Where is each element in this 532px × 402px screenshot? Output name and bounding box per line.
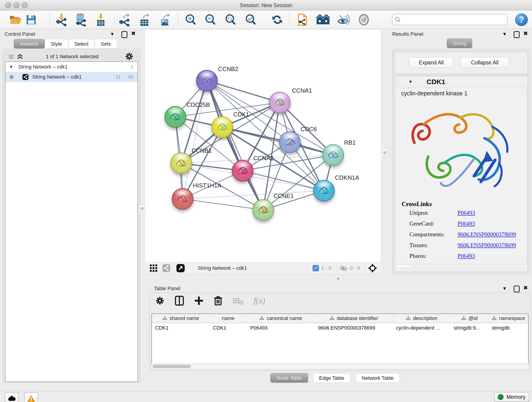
import-network-from-database-button[interactable] (73, 12, 88, 27)
export-image-button[interactable] (158, 12, 172, 27)
table-hscrollbar[interactable] (152, 364, 529, 369)
node-label-ccnb2: CCNB2 (218, 65, 238, 73)
table-settings-gear-icon[interactable] (155, 296, 165, 306)
results-hscroll-thumb[interactable] (396, 265, 411, 268)
network-node-cdc25b[interactable] (165, 106, 186, 128)
tab-network-table[interactable]: Network Table (355, 373, 400, 383)
collapse-all-networks-icon[interactable] (8, 53, 15, 61)
memory-button[interactable]: Memory (494, 392, 529, 402)
control-panel-close-icon[interactable]: ✖ (131, 30, 136, 37)
results-panel-float-icon[interactable] (514, 31, 520, 38)
results-panel-collapse-icon[interactable]: ▾ (503, 31, 506, 37)
warnings-button[interactable] (24, 392, 38, 402)
zoom-selected-button[interactable] (243, 12, 258, 27)
network-node-ccnb1[interactable] (171, 153, 192, 174)
open-session-button[interactable] (8, 12, 23, 27)
results-panel-close-icon[interactable]: ✖ (523, 30, 528, 37)
network-row[interactable]: String Network – cdk1 11 48 (6, 72, 138, 82)
refresh-view-button[interactable] (270, 12, 285, 27)
tab-style[interactable]: Style (45, 39, 68, 49)
import-table-button[interactable] (94, 12, 108, 27)
column-header-namespace[interactable]: namespace (488, 314, 529, 323)
column-header-canonical-name[interactable]: canonical name (247, 314, 315, 323)
gene-expander-icon[interactable]: ▼ (408, 79, 413, 84)
table-cell[interactable]: CDK1 (152, 323, 210, 333)
detach-view-icon[interactable] (176, 264, 185, 273)
table-tabs: Node Table Edge Table Network Table (0, 373, 532, 387)
glass-ball-toggle-button[interactable] (356, 12, 371, 27)
tab-string-results[interactable]: String (447, 38, 472, 48)
column-header-database-identifier[interactable]: database identifier (315, 314, 393, 323)
control-panel-collapse-icon[interactable]: ▾ (111, 31, 114, 37)
table-cell[interactable]: cyclin-dependent ... (393, 323, 450, 333)
table-cell[interactable]: stringdb (488, 323, 529, 333)
collapse-all-button[interactable]: Collapse All (461, 57, 509, 68)
control-panel-float-icon[interactable] (121, 31, 127, 38)
network-node-cdc6[interactable] (279, 131, 301, 153)
export-network-button[interactable] (117, 12, 132, 27)
table-cell[interactable]: 9606.ENSP00000378699 (315, 323, 393, 333)
column-header-label: description (413, 315, 437, 321)
network-node-cdk1[interactable] (211, 116, 233, 138)
table-hscroll-thumb[interactable] (152, 365, 191, 368)
network-node-rb1[interactable] (322, 144, 344, 166)
zoom-in-button[interactable] (183, 12, 198, 27)
table-row[interactable]: CDK1CDK1P064939606.ENSP00000378699cyclin… (152, 323, 528, 333)
zoom-out-button[interactable] (203, 12, 218, 27)
table-cell[interactable]: stringdb:9... (450, 323, 488, 333)
column-header--id[interactable]: @id (450, 314, 488, 323)
column-header-description[interactable]: description (393, 314, 450, 323)
show-columns-icon[interactable] (175, 296, 184, 306)
tab-node-table[interactable]: Node Table (270, 373, 308, 383)
cloud-status-button[interactable] (5, 392, 19, 402)
bottom-splitter-handle[interactable] (335, 275, 341, 281)
delete-column-trash-icon[interactable] (214, 296, 222, 306)
tab-select[interactable]: Select (68, 39, 95, 49)
import-network-file-button[interactable] (54, 12, 69, 27)
grid-view-icon[interactable] (149, 264, 158, 272)
search-input[interactable] (403, 16, 501, 23)
right-splitter-handle[interactable] (382, 149, 387, 155)
table-cell[interactable]: P06493 (247, 323, 315, 333)
network-node-ccna2[interactable] (232, 160, 253, 182)
tab-sets[interactable]: Sets (95, 39, 117, 49)
enhanced-labels-toggle-button[interactable] (336, 12, 351, 27)
string-import-document-button[interactable] (295, 12, 310, 27)
export-table-button[interactable] (137, 12, 152, 27)
network-collection-row[interactable]: ▼ String Network – cdk1 1 (6, 62, 138, 72)
network-canvas[interactable]: CCNB2CCNA1CDC25BCDK1CDC6RB1CCNB1CCNA2CDK… (145, 30, 381, 262)
expand-all-button[interactable]: Expand All (409, 57, 453, 68)
node-table[interactable]: shared namenamecanonical namedatabase id… (152, 313, 529, 364)
network-node-cdkn1a[interactable] (313, 180, 335, 201)
crosslink-link[interactable]: 9606.ENSP00000378699 (457, 242, 516, 249)
save-session-button[interactable] (24, 12, 38, 27)
table-panel-collapse-icon[interactable]: ▾ (503, 285, 506, 292)
tab-edge-table[interactable]: Edge Table (313, 373, 351, 383)
crosslink-link[interactable]: 9606.ENSP00000378699 (457, 231, 516, 238)
column-header-shared-name[interactable]: shared name (152, 314, 210, 323)
column-header-name[interactable]: name (210, 314, 247, 323)
table-cell[interactable]: CDK1 (210, 323, 247, 333)
network-view-icon[interactable] (162, 264, 171, 272)
string-home-button[interactable] (316, 12, 330, 27)
network-options-gear-icon[interactable] (125, 52, 134, 62)
crosslink-link[interactable]: P06493 (457, 220, 475, 227)
left-splitter-handle[interactable] (139, 205, 145, 211)
network-view-title: String Network – cdk1 (198, 265, 247, 271)
table-panel-close-icon[interactable]: ✖ (523, 285, 528, 291)
tab-network[interactable]: Network (14, 39, 45, 49)
network-node-ccna1[interactable] (269, 92, 291, 113)
collection-expander-icon[interactable]: ▼ (9, 65, 13, 70)
birds-eye-view-icon[interactable] (368, 264, 377, 273)
help-button[interactable]: ? (515, 13, 528, 26)
network-node-hist1h1a[interactable] (172, 188, 193, 210)
table-panel-float-icon[interactable] (514, 286, 520, 293)
add-column-icon[interactable] (194, 296, 204, 306)
zoom-fit-button[interactable] (223, 12, 238, 27)
crosslink-link[interactable]: P06493 (457, 253, 475, 259)
selected-indicator-checkbox[interactable]: ✓ (312, 265, 319, 271)
network-node-ccne1[interactable] (253, 199, 274, 221)
expand-all-networks-icon[interactable] (17, 53, 23, 61)
network-node-ccnb2[interactable] (196, 70, 218, 91)
crosslink-link[interactable]: P06493 (457, 210, 475, 216)
